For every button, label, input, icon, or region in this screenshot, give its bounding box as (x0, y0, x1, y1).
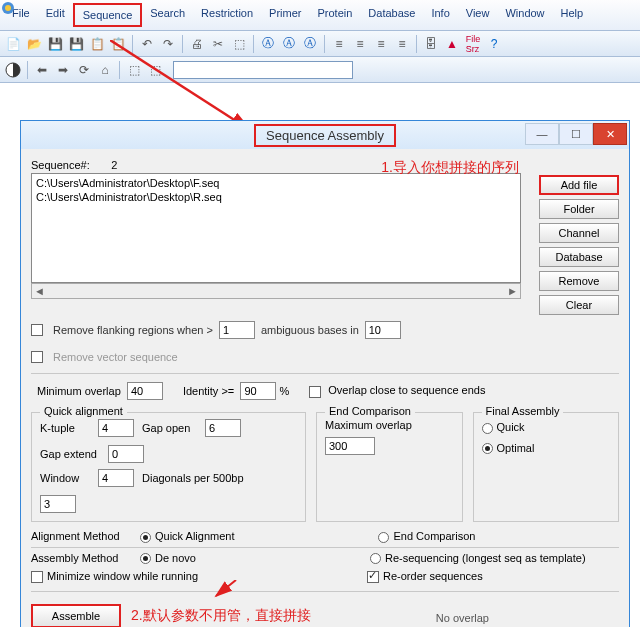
seq4-icon[interactable]: ≡ (393, 35, 411, 53)
nav2-icon[interactable]: ➡ (54, 61, 72, 79)
alignment-method-label: Alignment Method (31, 530, 126, 542)
file-entry[interactable]: C:\Users\Administrator\Desktop\R.seq (36, 190, 516, 204)
undo-icon[interactable]: ↶ (138, 35, 156, 53)
remove-vector-label: Remove vector sequence (53, 351, 178, 363)
menu-view[interactable]: View (458, 3, 498, 27)
file-entry[interactable]: C:\Users\Administrator\Desktop\F.seq (36, 176, 516, 190)
reorder-checkbox[interactable] (367, 571, 379, 583)
ambiguous-label: ambiguous bases in (261, 324, 359, 336)
menu-primer[interactable]: Primer (261, 3, 309, 27)
copy-icon[interactable]: 📋 (88, 35, 106, 53)
gapext-label: Gap extend (40, 448, 100, 460)
fs-icon[interactable]: FileSrz (464, 35, 482, 53)
menu-edit[interactable]: Edit (38, 3, 73, 27)
nav5-icon[interactable]: ⬚ (125, 61, 143, 79)
remove-flanking-checkbox[interactable] (31, 324, 43, 336)
a3-icon[interactable]: Ⓐ (301, 35, 319, 53)
ambiguous-bases-input[interactable] (365, 321, 401, 339)
asm-denovo-radio[interactable] (140, 553, 151, 564)
app-icon (0, 0, 16, 16)
dialog-titlebar: Sequence Assembly — ☐ ✕ (21, 121, 629, 149)
close-button[interactable]: ✕ (593, 123, 627, 145)
open-icon[interactable]: 📂 (25, 35, 43, 53)
nav1-icon[interactable]: ⬅ (33, 61, 51, 79)
ktuple-input[interactable] (98, 419, 134, 437)
identity-input[interactable] (240, 382, 276, 400)
gapopen-label: Gap open (142, 422, 197, 434)
add-file-button[interactable]: Add file (539, 175, 619, 195)
remove-flanking-label: Remove flanking regions when > (53, 324, 213, 336)
asm-reseq-radio[interactable] (370, 553, 381, 564)
toolbar-1: 📄 📂 💾 💾 📋 📋 ↶ ↷ 🖨 ✂ ⬚ Ⓐ Ⓐ Ⓐ ≡ ≡ ≡ ≡ 🗄 ▲ … (0, 31, 640, 57)
menu-restriction[interactable]: Restriction (193, 3, 261, 27)
redo-icon[interactable]: ↷ (159, 35, 177, 53)
horizontal-scrollbar[interactable]: ◄► (31, 283, 521, 299)
menu-protein[interactable]: Protein (309, 3, 360, 27)
nav4-icon[interactable]: ⌂ (96, 61, 114, 79)
ktuple-label: K-tuple (40, 422, 90, 434)
saveall-icon[interactable]: 💾 (67, 35, 85, 53)
annotation-arrow-2 (211, 580, 241, 600)
identity-label: Identity >= (183, 385, 234, 397)
no-overlap-label: No overlap (436, 612, 489, 624)
assemble-button[interactable]: Assemble (31, 604, 121, 627)
search-input[interactable] (173, 61, 353, 79)
menu-help[interactable]: Help (553, 3, 592, 27)
print-icon[interactable]: 🖨 (188, 35, 206, 53)
overlap-close-label: Overlap close to sequence ends (328, 384, 485, 396)
seq-icon[interactable]: ≡ (330, 35, 348, 53)
window-input[interactable] (98, 469, 134, 487)
min-overlap-input[interactable] (127, 382, 163, 400)
quick-alignment-group-label: Quick alignment (40, 405, 127, 417)
align-end-radio[interactable] (378, 532, 389, 543)
tool-icon[interactable]: ⬚ (230, 35, 248, 53)
new-icon[interactable]: 📄 (4, 35, 22, 53)
maximize-button[interactable]: ☐ (559, 123, 593, 145)
sequence-file-list[interactable]: C:\Users\Administrator\Desktop\F.seqC:\U… (31, 173, 521, 283)
gapopen-input[interactable] (205, 419, 241, 437)
cut-icon[interactable]: ✂ (209, 35, 227, 53)
db-icon[interactable]: 🗄 (422, 35, 440, 53)
end-comparison-group-label: End Comparison (325, 405, 415, 417)
toolbar-2: ⬅ ➡ ⟳ ⌂ ⬚ ⬚ (0, 57, 640, 83)
minimize-button[interactable]: — (525, 123, 559, 145)
nav3-icon[interactable]: ⟳ (75, 61, 93, 79)
overlap-close-checkbox[interactable] (309, 386, 321, 398)
assembly-method-label: Assembly Method (31, 552, 126, 564)
up-icon[interactable]: ▲ (443, 35, 461, 53)
menubar: FileEditSequenceSearchRestrictionPrimerP… (0, 0, 640, 31)
seq2-icon[interactable]: ≡ (351, 35, 369, 53)
remove-button[interactable]: Remove (539, 271, 619, 291)
globe-icon[interactable] (4, 61, 22, 79)
seq3-icon[interactable]: ≡ (372, 35, 390, 53)
menu-database[interactable]: Database (360, 3, 423, 27)
annotation-2: 2.默认参数不用管，直接拼接 (131, 607, 311, 625)
a2-icon[interactable]: Ⓐ (280, 35, 298, 53)
paste-icon[interactable]: 📋 (109, 35, 127, 53)
help-icon[interactable]: ? (485, 35, 503, 53)
database-button[interactable]: Database (539, 247, 619, 267)
min-overlap-label: Minimum overlap (37, 385, 121, 397)
align-quick-radio[interactable] (140, 532, 151, 543)
svg-line-4 (216, 580, 236, 596)
minimize-window-checkbox[interactable] (31, 571, 43, 583)
save-icon[interactable]: 💾 (46, 35, 64, 53)
flanking-threshold-input[interactable] (219, 321, 255, 339)
menu-info[interactable]: Info (423, 3, 457, 27)
menu-search[interactable]: Search (142, 3, 193, 27)
final-optimal-radio[interactable] (482, 443, 493, 454)
svg-point-1 (5, 5, 11, 11)
menu-window[interactable]: Window (497, 3, 552, 27)
final-quick-radio[interactable] (482, 423, 493, 434)
diagonals-input[interactable] (40, 495, 76, 513)
channel-button[interactable]: Channel (539, 223, 619, 243)
max-overlap-label: Maximum overlap (325, 419, 454, 431)
menu-sequence[interactable]: Sequence (73, 3, 143, 27)
max-overlap-input[interactable] (325, 437, 375, 455)
gapext-input[interactable] (108, 445, 144, 463)
final-assembly-group-label: Final Assembly (482, 405, 564, 417)
a-icon[interactable]: Ⓐ (259, 35, 277, 53)
nav6-icon[interactable]: ⬚ (146, 61, 164, 79)
folder-button[interactable]: Folder (539, 199, 619, 219)
clear-button[interactable]: Clear (539, 295, 619, 315)
